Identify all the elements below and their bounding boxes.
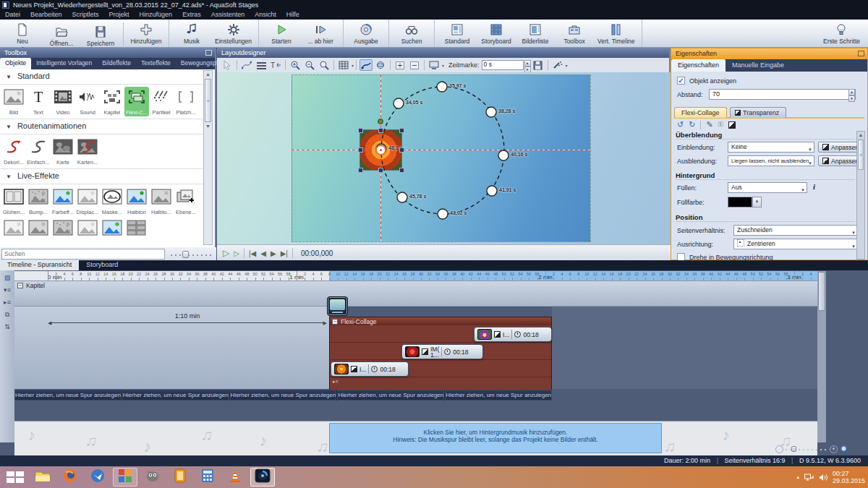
lines-icon[interactable] [255, 59, 268, 71]
resize-handle[interactable] [358, 128, 363, 133]
menu-extras[interactable]: Extras [177, 10, 206, 20]
timeline-tab-timeline-spuransicht[interactable]: Timeline - Spuransicht [0, 260, 79, 270]
zoom-in-icon[interactable] [289, 59, 302, 71]
play-from-button[interactable]: ... ab hier [301, 20, 340, 46]
search-input[interactable] [1, 249, 165, 260]
toolbox-tab-texteffekte[interactable]: Texteffekte [136, 58, 176, 69]
rotate-handle[interactable] [378, 119, 383, 124]
taskbar-app-photo-app[interactable] [113, 468, 137, 487]
save-view-icon[interactable] [532, 59, 545, 71]
taskbar-app-firefox[interactable] [58, 468, 82, 487]
start-button[interactable] [7, 471, 24, 484]
toolbox-item-video[interactable]: Video [51, 87, 75, 116]
tray-expand-icon[interactable]: ▴ [796, 474, 799, 480]
menu-ansicht[interactable]: Ansicht [250, 10, 281, 20]
zoom-slider[interactable] [786, 446, 827, 452]
step-back-button[interactable]: ◀ [260, 249, 266, 257]
toolbox-item-bild[interactable]: Bild [1, 87, 26, 116]
music-hint-box[interactable]: Klicken Sie hier, um Hintergrundmusik hi… [329, 423, 662, 453]
color-dropdown-arrow[interactable]: ▼ [752, 197, 762, 207]
rotate-ccw-icon[interactable]: ↺ [677, 120, 684, 129]
toolbox-item-halbto-[interactable]: Halbto... [149, 187, 174, 216]
toolbox-item-fx-blue[interactable] [100, 218, 124, 246]
zoom-in-button[interactable]: + [830, 445, 838, 453]
seitenverhaeltnis-select[interactable]: Zuschneiden▼ [733, 225, 858, 236]
toolbox-item-einfach-[interactable]: Einfach... [26, 137, 51, 166]
subtrack-icon[interactable]: ▸≡ [330, 379, 551, 388]
play-button[interactable]: Starten [262, 20, 301, 46]
menu-hinzufügen[interactable]: Hinzufügen [135, 10, 178, 20]
scroll-up-icon[interactable]: ▲ [857, 132, 864, 139]
minimize-icon[interactable] [858, 51, 864, 56]
effects-wand-icon[interactable] [551, 59, 564, 71]
select-cursor-icon[interactable] [221, 59, 234, 71]
add-button[interactable]: Hinzufügen [127, 20, 166, 46]
toolbox-item-karte[interactable]: Karte [51, 137, 75, 166]
toolbox-item-farbeff-[interactable]: Farbeff... [51, 187, 75, 216]
zoom-fit-icon[interactable] [318, 59, 331, 71]
fuellen-select[interactable]: Aus▼ [728, 182, 807, 193]
toolbox-item-glühen-[interactable]: Glühen... [1, 187, 26, 216]
play-button[interactable]: ▷ [223, 248, 229, 258]
collapse-triangle-icon[interactable]: ▼ [6, 74, 12, 80]
abstand-input[interactable]: 70 ▲▼ [709, 89, 856, 100]
scrollbar-thumb[interactable]: ≡ [858, 140, 864, 170]
waypoint[interactable] [438, 209, 448, 219]
timeline-ruler[interactable]: 2468101214161820222426283032343638404244… [14, 271, 817, 281]
new-button[interactable]: Neu▾ [3, 23, 42, 49]
play-from-here-button[interactable]: ▷ [234, 249, 239, 257]
expand-button[interactable] [393, 59, 407, 71]
settings-button[interactable]: Einstellungen [211, 20, 255, 46]
monitor-icon[interactable] [427, 59, 441, 71]
section-header[interactable]: ▼Standard [0, 69, 203, 84]
collapse-triangle-icon[interactable]: ▼ [6, 174, 12, 180]
canvas[interactable]: 34,05 s35,97 s38,28 s40,16 s41,91 s43,02… [217, 72, 671, 244]
key-icon[interactable]: ⚿ [718, 121, 723, 129]
toolbox-item-karten-[interactable]: Karten... [75, 137, 100, 166]
toolbox-item-dekori-[interactable]: Dekori... [1, 137, 26, 166]
scrollbar-thumb[interactable] [818, 272, 825, 311]
menu-scriptlets[interactable]: Scriptlets [67, 10, 104, 20]
toolbox-tab-objekte[interactable]: Objekte [0, 58, 31, 69]
fill-color-swatch[interactable] [728, 197, 752, 207]
new-track-drop-zone[interactable]: Hierher ziehen, um neue Spur anzulegen. [122, 390, 229, 401]
tab-eigenschaften[interactable]: Eigenschaften [671, 59, 726, 72]
align-marks-icon[interactable]: T [269, 59, 282, 71]
skip-end-button[interactable]: ▶| [281, 249, 288, 257]
slider-thumb[interactable] [182, 251, 189, 258]
zeitmarke-spinner[interactable]: ▲▼ [524, 60, 531, 70]
scroll-down-icon[interactable]: ▼ [204, 123, 212, 130]
layout-standard-button[interactable]: Standard [438, 20, 477, 46]
taskbar-app-calculator[interactable] [195, 468, 220, 487]
toolbox-item-displac-[interactable]: Displac... [75, 187, 100, 216]
toolbox-item-ebene-[interactable]: Ebene... [174, 187, 198, 216]
toolbox-item-maske-[interactable]: Maske... [100, 187, 124, 216]
menu-hilfe[interactable]: Hilfe [281, 10, 305, 20]
edit-icon[interactable]: ✎ [706, 120, 712, 129]
toolbox-tab-intelligente-vorlagen[interactable]: Intelligente Vorlagen [31, 58, 97, 69]
info-icon[interactable]: i [813, 182, 815, 191]
kapitel-track[interactable]: − Kapitel [14, 281, 817, 307]
toolbox-scrollbar[interactable]: ▲ ≡ ▼ [203, 70, 213, 245]
resize-handle[interactable] [399, 168, 404, 173]
zoom-out-button[interactable]: − [775, 445, 783, 453]
resize-handle[interactable] [399, 147, 404, 153]
taskbar-app-gimp[interactable] [140, 468, 165, 487]
tab-manuelle-eingabe[interactable]: Manuelle Eingabe [726, 59, 791, 72]
timeline-tab-storyboard[interactable]: Storyboard [79, 260, 125, 270]
subtab-transparenz[interactable]: Transparenz [730, 107, 786, 118]
music-track[interactable]: ♪♫♪♫♪♫♪♫♪♫♪♫♪♫ Klicken Sie hier, um Hint… [14, 421, 817, 455]
ausblendung-select[interactable]: Liegen lassen, nicht ausblenden▼ [728, 155, 814, 166]
tray-clock[interactable]: 00:27 29.03.2015 [833, 470, 865, 484]
path-points-icon[interactable] [240, 59, 253, 71]
minimize-icon[interactable] [205, 50, 212, 56]
resize-handle[interactable] [399, 128, 404, 133]
layout-toolbox-button[interactable]: Toolbox [555, 20, 594, 46]
center-anchor[interactable] [375, 145, 386, 155]
menu-assistenten[interactable]: Assistenten [206, 10, 250, 20]
section-header[interactable]: ▼Live-Effekte [0, 169, 203, 184]
taskbar-app-vlc[interactable] [223, 468, 247, 487]
new-track-drop-zone[interactable]: Hierher ziehen, um neue Spur anzulegen. [337, 390, 444, 401]
kapitel-track-body[interactable]: 1:10 min ◀▶ [14, 307, 329, 389]
scrollbar-thumb[interactable]: ≡ [205, 79, 211, 122]
